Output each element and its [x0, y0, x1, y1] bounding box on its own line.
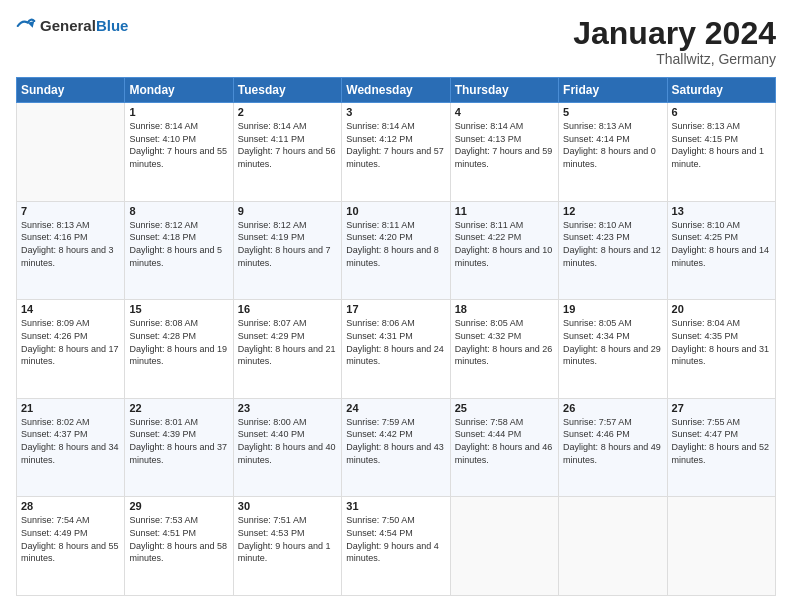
day-number: 5 [563, 106, 662, 118]
day-number: 8 [129, 205, 228, 217]
week-row-4: 21Sunrise: 8:02 AMSunset: 4:37 PMDayligh… [17, 398, 776, 497]
month-title: January 2024 [573, 16, 776, 51]
weekday-header-row: SundayMondayTuesdayWednesdayThursdayFrid… [17, 78, 776, 103]
calendar-cell: 9Sunrise: 8:12 AMSunset: 4:19 PMDaylight… [233, 201, 341, 300]
day-number: 16 [238, 303, 337, 315]
day-number: 23 [238, 402, 337, 414]
day-info: Sunrise: 8:14 AMSunset: 4:11 PMDaylight:… [238, 120, 337, 170]
day-info: Sunrise: 8:13 AMSunset: 4:15 PMDaylight:… [672, 120, 771, 170]
logo: GeneralBlue [16, 16, 128, 36]
calendar-cell: 20Sunrise: 8:04 AMSunset: 4:35 PMDayligh… [667, 300, 775, 399]
calendar-cell: 22Sunrise: 8:01 AMSunset: 4:39 PMDayligh… [125, 398, 233, 497]
day-number: 7 [21, 205, 120, 217]
day-info: Sunrise: 7:58 AMSunset: 4:44 PMDaylight:… [455, 416, 554, 466]
day-info: Sunrise: 7:51 AMSunset: 4:53 PMDaylight:… [238, 514, 337, 564]
calendar-cell: 18Sunrise: 8:05 AMSunset: 4:32 PMDayligh… [450, 300, 558, 399]
day-info: Sunrise: 8:14 AMSunset: 4:10 PMDaylight:… [129, 120, 228, 170]
day-number: 6 [672, 106, 771, 118]
day-number: 19 [563, 303, 662, 315]
calendar-cell: 16Sunrise: 8:07 AMSunset: 4:29 PMDayligh… [233, 300, 341, 399]
calendar-cell: 24Sunrise: 7:59 AMSunset: 4:42 PMDayligh… [342, 398, 450, 497]
day-info: Sunrise: 8:14 AMSunset: 4:13 PMDaylight:… [455, 120, 554, 170]
day-info: Sunrise: 8:13 AMSunset: 4:14 PMDaylight:… [563, 120, 662, 170]
day-info: Sunrise: 8:11 AMSunset: 4:20 PMDaylight:… [346, 219, 445, 269]
day-number: 15 [129, 303, 228, 315]
calendar-cell: 30Sunrise: 7:51 AMSunset: 4:53 PMDayligh… [233, 497, 341, 596]
day-number: 25 [455, 402, 554, 414]
day-info: Sunrise: 8:00 AMSunset: 4:40 PMDaylight:… [238, 416, 337, 466]
day-info: Sunrise: 8:09 AMSunset: 4:26 PMDaylight:… [21, 317, 120, 367]
calendar-cell: 23Sunrise: 8:00 AMSunset: 4:40 PMDayligh… [233, 398, 341, 497]
calendar-table: SundayMondayTuesdayWednesdayThursdayFrid… [16, 77, 776, 596]
logo-icon [16, 16, 36, 36]
calendar-cell [450, 497, 558, 596]
day-number: 13 [672, 205, 771, 217]
day-info: Sunrise: 8:10 AMSunset: 4:25 PMDaylight:… [672, 219, 771, 269]
calendar-cell: 27Sunrise: 7:55 AMSunset: 4:47 PMDayligh… [667, 398, 775, 497]
day-info: Sunrise: 7:50 AMSunset: 4:54 PMDaylight:… [346, 514, 445, 564]
page: GeneralBlue January 2024 Thallwitz, Germ… [0, 0, 792, 612]
day-number: 30 [238, 500, 337, 512]
day-info: Sunrise: 8:04 AMSunset: 4:35 PMDaylight:… [672, 317, 771, 367]
day-info: Sunrise: 8:05 AMSunset: 4:34 PMDaylight:… [563, 317, 662, 367]
day-info: Sunrise: 8:10 AMSunset: 4:23 PMDaylight:… [563, 219, 662, 269]
calendar-cell: 3Sunrise: 8:14 AMSunset: 4:12 PMDaylight… [342, 103, 450, 202]
weekday-header-friday: Friday [559, 78, 667, 103]
calendar-cell [559, 497, 667, 596]
day-info: Sunrise: 8:13 AMSunset: 4:16 PMDaylight:… [21, 219, 120, 269]
day-info: Sunrise: 7:54 AMSunset: 4:49 PMDaylight:… [21, 514, 120, 564]
calendar-cell: 29Sunrise: 7:53 AMSunset: 4:51 PMDayligh… [125, 497, 233, 596]
day-number: 4 [455, 106, 554, 118]
day-number: 3 [346, 106, 445, 118]
day-number: 17 [346, 303, 445, 315]
calendar-cell: 26Sunrise: 7:57 AMSunset: 4:46 PMDayligh… [559, 398, 667, 497]
calendar-cell: 7Sunrise: 8:13 AMSunset: 4:16 PMDaylight… [17, 201, 125, 300]
day-number: 9 [238, 205, 337, 217]
calendar-cell: 6Sunrise: 8:13 AMSunset: 4:15 PMDaylight… [667, 103, 775, 202]
calendar-cell: 10Sunrise: 8:11 AMSunset: 4:20 PMDayligh… [342, 201, 450, 300]
calendar-cell: 19Sunrise: 8:05 AMSunset: 4:34 PMDayligh… [559, 300, 667, 399]
day-info: Sunrise: 8:12 AMSunset: 4:18 PMDaylight:… [129, 219, 228, 269]
day-info: Sunrise: 8:01 AMSunset: 4:39 PMDaylight:… [129, 416, 228, 466]
weekday-header-thursday: Thursday [450, 78, 558, 103]
week-row-2: 7Sunrise: 8:13 AMSunset: 4:16 PMDaylight… [17, 201, 776, 300]
day-info: Sunrise: 8:06 AMSunset: 4:31 PMDaylight:… [346, 317, 445, 367]
day-info: Sunrise: 8:08 AMSunset: 4:28 PMDaylight:… [129, 317, 228, 367]
day-number: 18 [455, 303, 554, 315]
calendar-cell [17, 103, 125, 202]
calendar-cell: 1Sunrise: 8:14 AMSunset: 4:10 PMDaylight… [125, 103, 233, 202]
location: Thallwitz, Germany [573, 51, 776, 67]
calendar-cell: 11Sunrise: 8:11 AMSunset: 4:22 PMDayligh… [450, 201, 558, 300]
day-number: 10 [346, 205, 445, 217]
day-number: 22 [129, 402, 228, 414]
calendar-cell: 31Sunrise: 7:50 AMSunset: 4:54 PMDayligh… [342, 497, 450, 596]
week-row-5: 28Sunrise: 7:54 AMSunset: 4:49 PMDayligh… [17, 497, 776, 596]
calendar-cell: 12Sunrise: 8:10 AMSunset: 4:23 PMDayligh… [559, 201, 667, 300]
weekday-header-saturday: Saturday [667, 78, 775, 103]
calendar-cell: 17Sunrise: 8:06 AMSunset: 4:31 PMDayligh… [342, 300, 450, 399]
weekday-header-sunday: Sunday [17, 78, 125, 103]
logo-general: General [40, 17, 96, 34]
day-number: 27 [672, 402, 771, 414]
header: GeneralBlue January 2024 Thallwitz, Germ… [16, 16, 776, 67]
day-info: Sunrise: 7:57 AMSunset: 4:46 PMDaylight:… [563, 416, 662, 466]
day-info: Sunrise: 8:14 AMSunset: 4:12 PMDaylight:… [346, 120, 445, 170]
day-number: 1 [129, 106, 228, 118]
calendar-cell: 5Sunrise: 8:13 AMSunset: 4:14 PMDaylight… [559, 103, 667, 202]
day-number: 24 [346, 402, 445, 414]
day-info: Sunrise: 8:02 AMSunset: 4:37 PMDaylight:… [21, 416, 120, 466]
week-row-3: 14Sunrise: 8:09 AMSunset: 4:26 PMDayligh… [17, 300, 776, 399]
day-number: 26 [563, 402, 662, 414]
weekday-header-wednesday: Wednesday [342, 78, 450, 103]
day-number: 14 [21, 303, 120, 315]
calendar-cell: 13Sunrise: 8:10 AMSunset: 4:25 PMDayligh… [667, 201, 775, 300]
day-info: Sunrise: 8:05 AMSunset: 4:32 PMDaylight:… [455, 317, 554, 367]
day-number: 29 [129, 500, 228, 512]
day-number: 12 [563, 205, 662, 217]
logo-text: GeneralBlue [40, 17, 128, 35]
day-number: 11 [455, 205, 554, 217]
weekday-header-monday: Monday [125, 78, 233, 103]
calendar-cell: 2Sunrise: 8:14 AMSunset: 4:11 PMDaylight… [233, 103, 341, 202]
calendar-cell: 15Sunrise: 8:08 AMSunset: 4:28 PMDayligh… [125, 300, 233, 399]
calendar-cell: 25Sunrise: 7:58 AMSunset: 4:44 PMDayligh… [450, 398, 558, 497]
